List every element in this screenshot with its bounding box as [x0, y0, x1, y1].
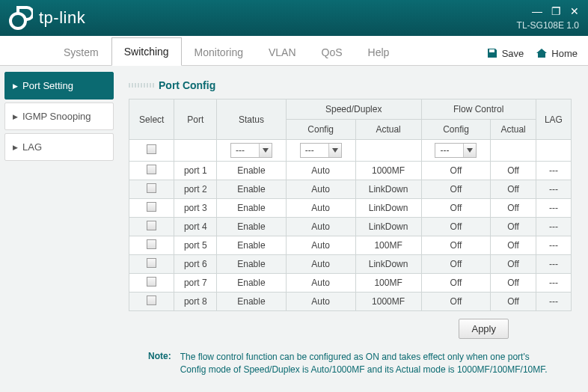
col-select: Select — [129, 99, 174, 140]
chevron-right-icon: ▶ — [13, 113, 18, 120]
tab-help[interactable]: Help — [355, 38, 402, 66]
cell-sd-config: Auto — [286, 199, 355, 218]
cell-fc-config: Off — [421, 180, 491, 199]
col-port: Port — [174, 99, 217, 140]
cell-select — [129, 293, 174, 311]
brand-text: tp-link — [39, 8, 85, 28]
sidebar-item-lag[interactable]: ▶LAG — [4, 133, 114, 161]
cell-port: port 7 — [174, 274, 217, 293]
cell-port: port 4 — [174, 218, 217, 236]
cell-fc-actual: Off — [491, 218, 536, 236]
cell-sd-config: Auto — [286, 162, 355, 180]
home-button[interactable]: Home — [536, 47, 578, 59]
cell-status: Enable — [217, 162, 287, 180]
cell-fc-actual: Off — [491, 162, 536, 180]
cell-sd-config: Auto — [286, 293, 355, 311]
cell-fc-actual: Off — [491, 293, 536, 311]
cell-status: Enable — [217, 199, 287, 218]
app-window: tp-link — ❐ ✕ TL-SG108E 1.0 SystemSwitch… — [0, 0, 588, 392]
table-row: port 5EnableAuto100MFOffOff--- — [129, 236, 572, 255]
cell-sd-actual: LinkDown — [355, 199, 421, 218]
save-label: Save — [502, 48, 524, 59]
brand: tp-link — [9, 6, 85, 30]
status-filter-select[interactable]: --- — [230, 143, 272, 158]
fc-config-filter-value: --- — [435, 144, 464, 157]
tab-vlan[interactable]: VLAN — [256, 38, 309, 66]
col-flow-control: Flow Control — [421, 99, 536, 120]
tab-monitoring[interactable]: Monitoring — [182, 38, 256, 66]
cell-fc-config: Off — [421, 162, 491, 180]
sidebar: ▶Port Setting▶IGMP Snooping▶LAG — [0, 66, 118, 392]
table-row: port 6EnableAutoLinkDownOffOff--- — [129, 255, 572, 274]
cell-sd-config: Auto — [286, 236, 355, 255]
cell-fc-config: Off — [421, 218, 491, 236]
cell-sd-actual: LinkDown — [355, 180, 421, 199]
cell-status: Enable — [217, 293, 287, 311]
table-row: port 2EnableAutoLinkDownOffOff--- — [129, 180, 572, 199]
cell-select — [129, 274, 174, 293]
cell-fc-actual: Off — [491, 255, 536, 274]
cell-status: Enable — [217, 274, 287, 293]
tab-qos[interactable]: QoS — [309, 38, 355, 66]
row-checkbox[interactable] — [147, 202, 156, 212]
cell-select — [129, 255, 174, 274]
col-sd-actual: Actual — [355, 120, 421, 140]
close-button[interactable]: ✕ — [570, 5, 579, 17]
sidebar-item-igmp-snooping[interactable]: ▶IGMP Snooping — [4, 102, 114, 130]
cell-lag: --- — [536, 199, 571, 218]
fc-config-filter-select[interactable]: --- — [435, 143, 477, 158]
cell-status: Enable — [217, 218, 287, 236]
tab-system[interactable]: System — [51, 38, 111, 66]
cell-lag: --- — [536, 293, 571, 311]
chevron-down-icon — [332, 148, 338, 153]
cell-port: port 1 — [174, 162, 217, 180]
row-checkbox[interactable] — [147, 295, 156, 305]
chevron-down-icon — [467, 148, 473, 153]
minimize-button[interactable]: — — [532, 5, 542, 17]
cell-status: Enable — [217, 255, 287, 274]
cell-sd-actual: 100MF — [355, 274, 421, 293]
content: Port Config Select Port Status Speed/Dup… — [118, 66, 588, 392]
sd-config-filter-select[interactable]: --- — [300, 143, 342, 158]
cell-lag: --- — [536, 274, 571, 293]
cell-status: Enable — [217, 180, 287, 199]
cell-sd-config: Auto — [286, 218, 355, 236]
filter-row: --- --- - — [129, 140, 572, 162]
cell-fc-config: Off — [421, 255, 491, 274]
cell-port: port 3 — [174, 199, 217, 218]
menubar: SystemSwitchingMonitoringVLANQoSHelp Sav… — [0, 36, 588, 66]
save-button[interactable]: Save — [486, 47, 524, 59]
row-checkbox[interactable] — [147, 277, 156, 287]
cell-lag: --- — [536, 255, 571, 274]
cell-fc-config: Off — [421, 293, 491, 311]
menu-tabs: SystemSwitchingMonitoringVLANQoSHelp — [51, 37, 402, 65]
sidebar-item-port-setting[interactable]: ▶Port Setting — [4, 72, 114, 99]
sidebar-item-label: Port Setting — [22, 80, 73, 91]
brand-logo-icon — [9, 6, 33, 30]
cell-select — [129, 162, 174, 180]
row-checkbox[interactable] — [147, 165, 156, 174]
row-checkbox[interactable] — [147, 221, 156, 230]
apply-button[interactable]: Apply — [459, 319, 509, 339]
chevron-down-icon — [263, 148, 269, 153]
cell-fc-actual: Off — [491, 180, 536, 199]
tab-switching[interactable]: Switching — [111, 37, 182, 66]
apply-row: Apply — [129, 311, 572, 346]
cell-sd-config: Auto — [286, 255, 355, 274]
col-lag: LAG — [536, 99, 571, 140]
cell-lag: --- — [536, 162, 571, 180]
row-checkbox[interactable] — [147, 239, 156, 249]
cell-sd-actual: LinkDown — [355, 218, 421, 236]
cell-lag: --- — [536, 218, 571, 236]
row-checkbox[interactable] — [147, 258, 156, 268]
row-checkbox[interactable] — [147, 183, 156, 193]
cell-select — [129, 236, 174, 255]
cell-port: port 5 — [174, 236, 217, 255]
col-speed-duplex: Speed/Duplex — [286, 99, 421, 120]
sidebar-item-label: LAG — [22, 141, 42, 153]
cell-fc-config: Off — [421, 199, 491, 218]
table-row: port 8EnableAuto1000MFOffOff--- — [129, 293, 572, 311]
maximize-button[interactable]: ❐ — [551, 5, 561, 17]
select-all-checkbox[interactable] — [147, 144, 156, 154]
cell-port: port 8 — [174, 293, 217, 311]
